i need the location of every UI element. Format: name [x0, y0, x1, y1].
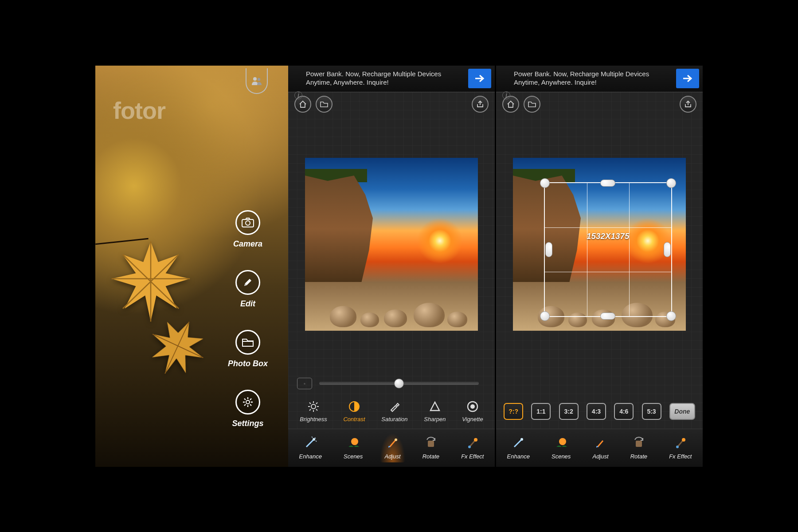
svg-point-16: [559, 438, 566, 445]
adjust-slider[interactable]: [319, 382, 479, 385]
adjust-label: Sharpen: [424, 416, 446, 422]
adjust-options: Brightness Contrast Saturation Sharpen V…: [288, 394, 495, 429]
share-icon: [684, 100, 692, 108]
app-logo: fotor: [113, 97, 165, 124]
crop-overlay[interactable]: 1532X1375: [544, 182, 672, 317]
preview-image[interactable]: [305, 158, 478, 331]
ad-arrow-button[interactable]: [468, 69, 491, 88]
sidebar-item-label: Settings: [232, 419, 263, 428]
crop-handle[interactable]: [540, 311, 550, 321]
svg-point-8: [470, 404, 475, 409]
folder-icon: [528, 101, 536, 107]
ad-arrow-button[interactable]: [676, 69, 699, 88]
panel-toolbar: [288, 92, 495, 116]
open-button[interactable]: [316, 96, 332, 113]
ratio-1-1[interactable]: 1:1: [531, 403, 551, 420]
tool-label: Fx Effect: [461, 453, 484, 460]
app-frame: fotor Camera Edit Photo Box: [95, 66, 703, 467]
tool-scenes[interactable]: Scenes: [339, 433, 367, 462]
ratio-4-3[interactable]: 4:3: [587, 403, 606, 420]
rotate-icon: [632, 436, 645, 450]
rotate-icon: [424, 436, 438, 450]
adjust-contrast[interactable]: Contrast: [343, 400, 365, 422]
sidebar-item-label: Edit: [240, 299, 255, 309]
vignette-icon: [467, 400, 478, 413]
tool-fx[interactable]: Fx Effect: [457, 433, 488, 462]
svg-point-11: [395, 438, 397, 441]
adjust-saturation[interactable]: Saturation: [381, 400, 407, 422]
crop-handle[interactable]: [600, 180, 615, 187]
editor-panels: Power Bank. Now, Recharge Multiple Devic…: [288, 66, 703, 467]
adjust-brightness[interactable]: Brightness: [300, 400, 327, 422]
fx-icon: [466, 436, 479, 450]
tool-label: Enhance: [299, 453, 322, 460]
sidebar-item-label: Camera: [233, 239, 262, 249]
share-button[interactable]: [472, 96, 489, 113]
svg-point-9: [313, 438, 315, 441]
svg-point-13: [474, 438, 477, 442]
adjust-vignette[interactable]: Vignette: [462, 400, 483, 422]
tool-adjust[interactable]: Adjust: [380, 433, 405, 462]
crop-handle[interactable]: [666, 311, 676, 321]
svg-point-19: [676, 446, 679, 448]
crop-done-button[interactable]: Done: [669, 403, 695, 420]
camera-icon: [235, 210, 260, 235]
share-button[interactable]: [680, 96, 696, 113]
preview-image[interactable]: 1532X1375: [513, 158, 686, 331]
ratio-5-3[interactable]: 5:3: [642, 403, 661, 420]
crop-handle[interactable]: [600, 313, 615, 320]
users-badge[interactable]: [246, 68, 268, 94]
crop-handle[interactable]: [540, 178, 550, 188]
ratio-3-2[interactable]: 3:2: [559, 403, 579, 420]
adjust-label: Saturation: [381, 416, 407, 422]
crop-handle[interactable]: [664, 242, 671, 257]
tool-rotate[interactable]: Rotate: [418, 433, 444, 462]
ratio-4-6[interactable]: 4:6: [614, 403, 634, 420]
ad-info-icon[interactable]: i: [294, 91, 302, 99]
sharpen-icon: [429, 400, 441, 413]
sidebar-item-edit[interactable]: Edit: [235, 270, 260, 309]
adjust-sharpen[interactable]: Sharpen: [424, 400, 446, 422]
tool-scenes[interactable]: Scenes: [547, 433, 575, 462]
ad-text: Power Bank. Now, Recharge Multiple Devic…: [514, 70, 676, 87]
adjust-label: Brightness: [300, 416, 327, 422]
ad-info-icon[interactable]: i: [502, 91, 510, 99]
ad-banner[interactable]: Power Bank. Now, Recharge Multiple Devic…: [496, 66, 703, 92]
tool-label: Adjust: [384, 453, 400, 460]
tool-rotate[interactable]: Rotate: [626, 433, 652, 462]
ad-banner[interactable]: Power Bank. Now, Recharge Multiple Devic…: [288, 66, 495, 92]
slider-reset-button[interactable]: ◦: [297, 378, 312, 389]
adjust-panel: Power Bank. Now, Recharge Multiple Devic…: [288, 66, 495, 467]
sidebar-item-settings[interactable]: Settings: [232, 390, 263, 428]
tool-label: Rotate: [422, 453, 439, 460]
tool-fx[interactable]: Fx Effect: [665, 433, 696, 462]
home-icon: [507, 100, 515, 108]
crop-handle[interactable]: [545, 242, 552, 257]
crop-handle[interactable]: [666, 178, 676, 188]
scenes-icon: [555, 436, 568, 450]
ad-text: Power Bank. Now, Recharge Multiple Devic…: [306, 70, 468, 87]
sidebar-item-camera[interactable]: Camera: [233, 210, 262, 249]
svg-rect-12: [428, 441, 434, 447]
pencil-icon: [235, 270, 260, 295]
bottom-toolbar: Enhance Scenes Adjust Rotate Fx Effect: [496, 429, 703, 467]
brush-icon: [386, 436, 399, 450]
slider-thumb[interactable]: [394, 379, 404, 388]
svg-point-15: [520, 438, 523, 441]
tool-label: Rotate: [630, 453, 647, 460]
open-button[interactable]: [524, 96, 540, 113]
sidebar-item-photobox[interactable]: Photo Box: [228, 330, 268, 368]
sidebar: fotor Camera Edit Photo Box: [95, 66, 288, 467]
arrow-right-icon: [682, 74, 693, 82]
sidebar-item-label: Photo Box: [228, 359, 268, 368]
image-canvas: [288, 116, 495, 373]
brush-icon: [594, 436, 607, 450]
tool-enhance[interactable]: Enhance: [295, 433, 326, 462]
folder-icon: [320, 101, 328, 107]
tool-adjust[interactable]: Adjust: [588, 433, 613, 462]
tool-enhance[interactable]: Enhance: [503, 433, 534, 462]
bottom-toolbar: Enhance Scenes Adjust Rotate Fx Effect: [288, 429, 495, 467]
ratio-free[interactable]: ?:?: [504, 403, 523, 420]
crop-panel: Power Bank. Now, Recharge Multiple Devic…: [496, 66, 703, 467]
tool-label: Scenes: [552, 453, 571, 460]
